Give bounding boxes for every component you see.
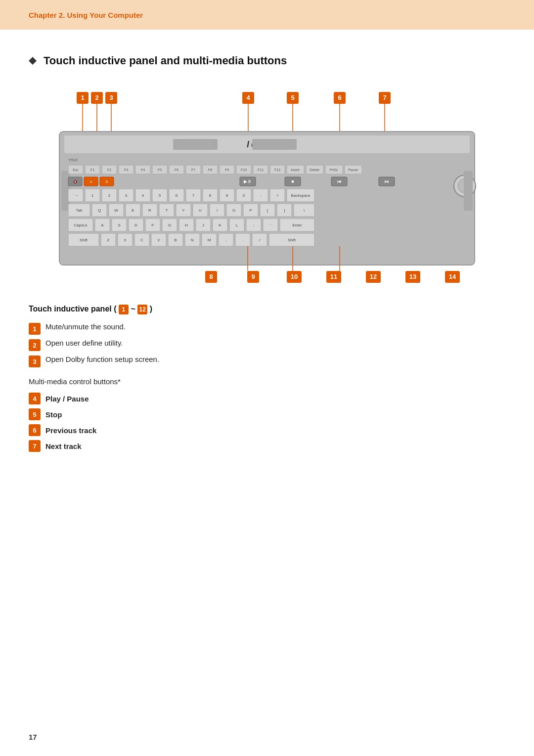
svg-text:Backspace: Backspace [291, 193, 311, 198]
svg-text:14: 14 [449, 273, 456, 280]
item-badge-6: 6 [29, 424, 41, 436]
svg-text:Esc: Esc [73, 168, 79, 172]
svg-text:Z: Z [107, 238, 110, 242]
svg-text:▶⏸: ▶⏸ [244, 179, 252, 184]
svg-text:F10: F10 [241, 168, 247, 172]
svg-text:U: U [89, 180, 92, 183]
svg-text:F2: F2 [107, 168, 111, 172]
page-number: 17 [29, 733, 37, 741]
svg-text:I: I [217, 208, 218, 213]
panel-range-sep: ~ [131, 305, 137, 313]
item-badge-4: 4 [29, 393, 41, 404]
svg-text:12: 12 [370, 273, 377, 280]
panel-title: Touch inductive panel ( 1 ~ 12 ) [29, 305, 505, 314]
list-item: 3 Open Dolby function setup screen. [29, 355, 505, 367]
svg-rect-31 [464, 171, 473, 211]
svg-text:Shift: Shift [80, 238, 88, 242]
svg-text:Delete: Delete [310, 168, 319, 172]
svg-text:4: 4 [142, 193, 144, 198]
panel-range-end: 12 [137, 305, 149, 313]
svg-text:13: 13 [409, 273, 416, 280]
svg-text:11: 11 [330, 273, 337, 280]
svg-text:B: B [174, 238, 177, 242]
bottom-section: Touch inductive panel ( 1 ~ 12 ) 1 Mute/… [29, 305, 505, 452]
svg-text:F9: F9 [225, 168, 229, 172]
item-text-3: Open Dolby function setup screen. [45, 355, 159, 363]
svg-text:F1: F1 [90, 168, 94, 172]
list-item: 1 Mute/unmute the sound. [29, 322, 505, 335]
svg-text:1: 1 [91, 193, 94, 198]
svg-text:G: G [168, 223, 171, 227]
svg-text:F3: F3 [124, 168, 128, 172]
svg-text:Enter: Enter [292, 223, 302, 227]
svg-text:W: W [114, 208, 118, 213]
keyboard-diagram-area: 1 2 3 4 5 6 7 [29, 87, 505, 295]
svg-text:D: D [105, 180, 108, 183]
svg-text:F11: F11 [258, 168, 264, 172]
item-text-4: Play / Pause [45, 395, 89, 403]
svg-text:F4: F4 [141, 168, 145, 172]
list-item: 7 Next track [29, 440, 505, 452]
svg-text:7: 7 [383, 94, 386, 101]
item-text-6: Previous track [45, 426, 96, 435]
item-text-2: Open user define utility. [45, 339, 123, 347]
svg-text:H: H [185, 223, 188, 227]
svg-text:8: 8 [209, 273, 213, 280]
svg-text:6: 6 [338, 94, 341, 101]
bullet-icon [29, 57, 37, 65]
keyboard-svg: 1 2 3 4 5 6 7 [30, 87, 504, 295]
svg-text:P: P [249, 208, 252, 213]
section-title: Touch inductive panel and multi-media bu… [44, 54, 287, 67]
svg-text:2: 2 [108, 193, 111, 198]
svg-text:,: , [225, 238, 226, 242]
multimedia-title: Multi-media control buttons* [29, 377, 505, 386]
svg-text:■: ■ [291, 179, 294, 184]
svg-text:J: J [202, 223, 204, 227]
svg-text:E: E [132, 208, 134, 213]
svg-text:🔇: 🔇 [73, 179, 78, 184]
svg-text:R: R [148, 208, 151, 213]
svg-text:10: 10 [291, 273, 298, 280]
svg-rect-26 [252, 139, 297, 150]
svg-text:T: T [166, 208, 168, 213]
svg-text:F8: F8 [208, 168, 212, 172]
svg-text:Q: Q [98, 208, 101, 213]
touch-panel-items: 1 Mute/unmute the sound. 2 Open user def… [29, 322, 505, 367]
panel-range-start: 1 [119, 305, 131, 313]
svg-text:0: 0 [243, 193, 245, 198]
svg-text:V: V [157, 238, 160, 242]
svg-text:K: K [219, 223, 222, 227]
svg-text:F6: F6 [175, 168, 178, 172]
list-item: 6 Previous track [29, 424, 505, 436]
svg-text:5: 5 [159, 193, 161, 198]
svg-text:CapsLk: CapsLk [74, 223, 88, 227]
svg-text:2: 2 [95, 94, 98, 101]
svg-text:8: 8 [209, 193, 212, 198]
item-text-5: Stop [45, 410, 62, 419]
svg-text:4: 4 [246, 94, 250, 101]
svg-text:=: = [276, 193, 279, 198]
svg-text:X: X [124, 238, 127, 242]
svg-text:N: N [191, 238, 194, 242]
svg-text:S: S [118, 223, 120, 227]
svg-text:.: . [242, 238, 243, 242]
multimedia-items: 4 Play / Pause 5 Stop 6 Previous track 7… [29, 393, 505, 452]
svg-text:L: L [236, 223, 238, 227]
list-item: 2 Open user define utility. [29, 339, 505, 351]
top-banner: Chapter 2. Using Your Computer [0, 0, 534, 30]
svg-text:3: 3 [109, 94, 113, 101]
svg-text:1: 1 [81, 94, 84, 101]
svg-text:` ~: ` ~ [73, 193, 78, 198]
svg-text:F: F [152, 223, 154, 227]
svg-text:A: A [101, 223, 104, 227]
item-text-7: Next track [45, 442, 82, 450]
list-item: 5 Stop [29, 408, 505, 420]
svg-text:7: 7 [192, 193, 195, 198]
svg-text:F7: F7 [191, 168, 195, 172]
chapter-title: Chapter 2. Using Your Computer [29, 11, 143, 19]
svg-text:O: O [232, 208, 235, 213]
svg-text:5: 5 [291, 94, 294, 101]
svg-text:U: U [199, 208, 202, 213]
panel-title-close: ) [150, 305, 152, 313]
item-badge-1: 1 [29, 323, 41, 335]
